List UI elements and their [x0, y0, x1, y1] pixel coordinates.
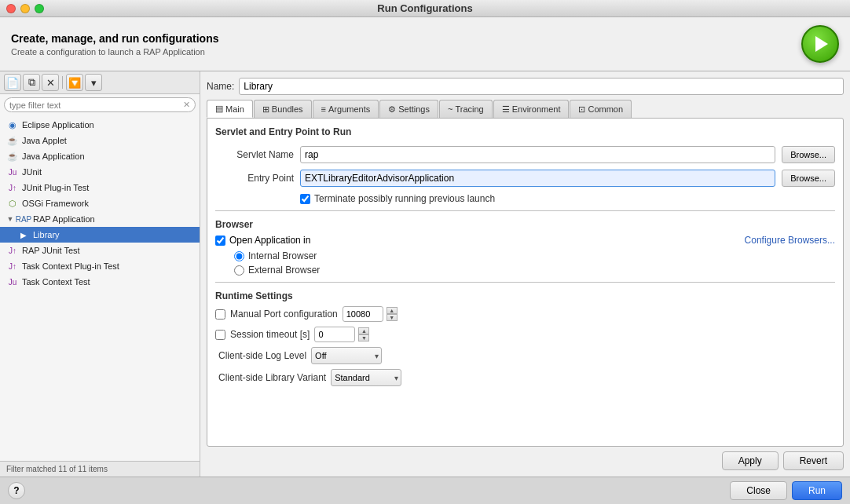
servlet-name-label: Servlet Name	[215, 149, 294, 160]
browser-header: Browser	[215, 219, 835, 230]
settings-tab-label: Settings	[398, 104, 430, 114]
session-timeout-row: Session timeout [s] ▲ ▼	[215, 327, 835, 342]
runtime-section: Runtime Settings Manual Port configurati…	[215, 290, 835, 386]
name-input[interactable]	[239, 78, 844, 95]
internal-browser-row: Internal Browser	[234, 250, 835, 261]
terminate-checkbox[interactable]	[300, 194, 310, 204]
port-down-arrow[interactable]: ▼	[387, 314, 398, 321]
close-window-button[interactable]	[6, 4, 16, 13]
header-title: Create, manage, and run configurations	[11, 32, 219, 45]
sidebar-item-label: Eclipse Application	[22, 120, 94, 130]
library-variant-select[interactable]: Standard Debug	[331, 369, 401, 386]
servlet-name-input[interactable]	[300, 146, 775, 163]
internal-browser-label: Internal Browser	[248, 250, 317, 261]
tab-common[interactable]: ⊡ Common	[570, 100, 632, 118]
library-icon: ▶	[17, 228, 30, 241]
search-input[interactable]	[9, 100, 183, 110]
timeout-up-arrow[interactable]: ▲	[358, 327, 369, 334]
log-level-label: Client-side Log Level	[218, 350, 306, 361]
browser-section: Browser Open Application in Configure Br…	[215, 219, 835, 276]
sidebar-item-eclipse-app[interactable]: ◉ Eclipse Application	[0, 117, 200, 133]
apply-revert-area: Apply Revert	[207, 447, 844, 470]
library-variant-row: Client-side Library Variant Standard Deb…	[215, 369, 835, 386]
session-timeout-label: Session timeout [s]	[230, 329, 310, 340]
session-timeout-input[interactable]	[314, 327, 355, 342]
minimize-window-button[interactable]	[20, 4, 30, 13]
tree-area: ◉ Eclipse Application ☕ Java Applet ☕ Ja…	[0, 115, 200, 461]
port-spinner[interactable]: ▲ ▼	[387, 307, 398, 321]
help-button[interactable]: ?	[8, 482, 25, 499]
sidebar-item-java-app[interactable]: ☕ Java Application	[0, 148, 200, 164]
tab-bundles[interactable]: ⊞ Bundles	[254, 100, 312, 118]
sidebar-footer: Filter matched 11 of 11 items	[0, 461, 200, 477]
tab-main[interactable]: ▤ Main	[207, 100, 253, 118]
copy-config-button[interactable]: ⧉	[23, 74, 40, 91]
sidebar-item-rap-app[interactable]: ▼ RAP RAP Application	[0, 211, 200, 227]
more-options-button[interactable]: ▾	[85, 74, 102, 91]
port-input[interactable]	[343, 306, 383, 322]
sidebar-toolbar: 📄 ⧉ ✕ 🔽 ▾	[0, 71, 200, 94]
common-tab-icon: ⊡	[578, 104, 585, 115]
tab-settings[interactable]: ⚙ Settings	[379, 100, 438, 118]
name-row: Name:	[207, 78, 844, 95]
entry-point-row: Entry Point Browse...	[215, 170, 835, 187]
task-context-icon: Ju	[6, 276, 19, 288]
sidebar-item-junit-plugin[interactable]: J↑ JUnit Plug-in Test	[0, 180, 200, 195]
open-app-left: Open Application in	[215, 235, 310, 246]
sidebar-item-label: Java Application	[22, 152, 85, 161]
environment-tab-icon: ☰	[502, 104, 510, 115]
manual-port-checkbox[interactable]	[215, 309, 225, 320]
sidebar-item-task-context[interactable]: Ju Task Context Test	[0, 274, 200, 290]
external-browser-radio[interactable]	[234, 265, 244, 276]
servlet-browse-button[interactable]: Browse...	[782, 146, 835, 163]
session-timeout-checkbox[interactable]	[215, 330, 225, 340]
tab-environment[interactable]: ☰ Environment	[493, 100, 570, 118]
terminate-row: Terminate possibly running previous laun…	[300, 193, 835, 204]
sidebar-item-label: Library	[33, 230, 60, 239]
rap-junit-icon: J↑	[6, 244, 19, 257]
new-config-button[interactable]: 📄	[4, 74, 21, 91]
port-up-arrow[interactable]: ▲	[387, 307, 398, 314]
header-subtitle: Create a configuration to launch a RAP A…	[11, 47, 219, 57]
delete-config-button[interactable]: ✕	[42, 74, 59, 91]
timeout-down-arrow[interactable]: ▼	[358, 334, 369, 341]
bottom-bar: ? Close Run	[0, 477, 850, 504]
sidebar-item-task-plugin[interactable]: J↑ Task Context Plug-in Test	[0, 258, 200, 274]
log-level-select[interactable]: Off Debug Info Warn Error	[311, 347, 382, 364]
open-app-checkbox[interactable]	[215, 236, 225, 246]
divider-1	[215, 210, 835, 211]
log-level-wrapper: Off Debug Info Warn Error	[311, 347, 382, 364]
run-icon	[801, 25, 839, 63]
junit-icon: Ju	[6, 166, 19, 178]
filter-config-button[interactable]: 🔽	[66, 74, 83, 91]
entry-point-input[interactable]	[300, 170, 775, 187]
apply-button[interactable]: Apply	[722, 451, 779, 470]
timeout-spinner[interactable]: ▲ ▼	[358, 327, 369, 341]
close-button[interactable]: Close	[730, 481, 787, 500]
sidebar-item-rap-junit[interactable]: J↑ RAP JUnit Test	[0, 243, 200, 258]
rap-app-expand-icon[interactable]: ▼	[6, 215, 14, 223]
sidebar-item-java-applet[interactable]: ☕ Java Applet	[0, 133, 200, 148]
maximize-window-button[interactable]	[35, 4, 44, 13]
sidebar-item-osgi[interactable]: ⬡ OSGi Framework	[0, 195, 200, 211]
search-clear-icon[interactable]: ✕	[183, 100, 190, 110]
sidebar-item-junit[interactable]: Ju JUnit	[0, 164, 200, 180]
main-tab-label: Main	[225, 104, 244, 114]
right-panel: Name: ▤ Main ⊞ Bundles ≡ Arguments ⚙ Set…	[200, 71, 850, 477]
run-button[interactable]: Run	[792, 481, 842, 500]
common-tab-label: Common	[588, 104, 623, 114]
main-content: 📄 ⧉ ✕ 🔽 ▾ ✕ ◉ Eclipse Application ☕ Java…	[0, 71, 850, 477]
sidebar-item-library[interactable]: ▶ Library	[0, 227, 200, 243]
name-label: Name:	[207, 81, 234, 92]
tracing-tab-label: Tracing	[455, 104, 483, 114]
internal-browser-radio[interactable]	[234, 251, 244, 261]
revert-button[interactable]: Revert	[783, 451, 844, 470]
tab-arguments[interactable]: ≡ Arguments	[313, 100, 379, 118]
divider-2	[215, 282, 835, 283]
entry-browse-button[interactable]: Browse...	[782, 170, 835, 187]
tab-tracing[interactable]: ~ Tracing	[439, 100, 493, 118]
manual-port-label: Manual Port configuration	[230, 309, 338, 320]
terminate-label: Terminate possibly running previous laun…	[314, 193, 495, 204]
manual-port-row: Manual Port configuration ▲ ▼	[215, 306, 835, 322]
configure-browsers-link[interactable]: Configure Browsers...	[745, 235, 835, 246]
